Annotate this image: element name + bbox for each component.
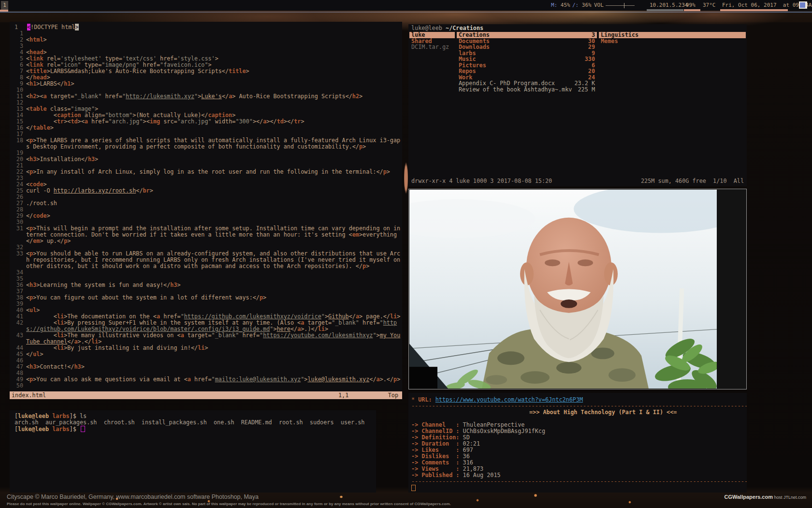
video-info-terminal[interactable]: * URL: https://www.youtube.com/watch?v=6… xyxy=(408,393,747,493)
ranger-item[interactable]: larbs9 xyxy=(457,50,597,57)
ip-underline xyxy=(647,9,683,11)
ranger-item[interactable]: Music330 xyxy=(457,56,597,62)
editor-line: 1 xyxy=(14,30,402,37)
video-fields: -> Channel : ThuleanPerspective-> Channe… xyxy=(411,422,747,478)
disk-icon: /: xyxy=(572,2,579,8)
url-label: URL: xyxy=(415,396,435,403)
terminal-prompt-line2: [luke@leeb larbs]$ xyxy=(14,426,376,433)
info-terminal-cursor[interactable] xyxy=(411,485,416,491)
prompt-user: luke@leeb xyxy=(18,426,49,433)
ranger-selected-item[interactable]: Linguistics xyxy=(599,32,746,38)
editor-line: 18<p>The LARBS are a series of shell scr… xyxy=(14,137,402,150)
separator-line2: ----------------------------------------… xyxy=(411,478,747,485)
disk-module: /: 36% xyxy=(572,0,592,11)
editor-line: 28 xyxy=(14,207,402,213)
video-scene xyxy=(409,190,717,388)
editor-line: 27./root.sh xyxy=(14,200,402,207)
editor-line: 9<h1>LARBS</h1> xyxy=(14,81,402,87)
editor-line: 2<html> xyxy=(14,37,402,43)
editor-line: 43 <li>The many illustrative videos on <… xyxy=(14,332,402,345)
editor-line: 1<!DOCTYPE html> xyxy=(14,24,402,30)
ranger-item[interactable]: Appendix C- PhD Program.docx23.2 K xyxy=(457,80,597,87)
ranger-selected-item[interactable]: Creations3 xyxy=(457,32,597,38)
ranger-item[interactable]: Memes xyxy=(599,38,746,45)
video-frame[interactable] xyxy=(409,190,717,388)
editor-line: 15 <tr><td><a href="arch.jpg"><img src="… xyxy=(14,119,402,125)
editor-line: 22<p>In any install of Arch Linux, simpl… xyxy=(14,169,402,175)
cgwallpapers-logo: CGWallpapers.com xyxy=(725,494,773,500)
editor-line: 16</table> xyxy=(14,125,402,131)
ranger-title-user: luke@leeb xyxy=(411,25,446,31)
video-url-line: * URL: https://www.youtube.com/watch?v=6… xyxy=(411,397,747,403)
terminal-command: ls xyxy=(76,413,87,419)
temperature-value: 37°C xyxy=(703,0,716,11)
ranger-preview-column: LinguisticsMemes xyxy=(599,32,746,44)
ranger-item[interactable]: Pictures6 xyxy=(457,62,597,69)
wallpaper-credits: Cityscape © Marco Bauriedel, Germany, ww… xyxy=(7,493,451,506)
terminal-cursor[interactable] xyxy=(81,426,85,432)
ranger-status-bar: drwxr-xr-x 4 luke 1000 3 2017-08-08 15:2… xyxy=(411,178,744,184)
status-bar: 1 M: 45% /: 36% VOL 10.201.5.234 99% 37°… xyxy=(0,0,812,11)
prompt-bracket-close: ]$ xyxy=(70,413,76,419)
editor-line: 25curl -O http://larbs.xyz/root.sh</br> xyxy=(14,188,402,194)
prompt-dir: larbs xyxy=(52,426,70,433)
wallpaper-credit-host: CGWallpapers.com host JTLnet.com xyxy=(725,494,806,500)
prompt-user: luke@leeb xyxy=(18,413,49,419)
ranger-disk-usage: 225M sum, 460G free 1/10 All xyxy=(641,178,744,184)
ranger-item[interactable]: Repos20 xyxy=(457,68,597,75)
wallpaper-credit-line1: Cityscape © Marco Bauriedel, Germany, ww… xyxy=(7,493,451,500)
video-url: https://www.youtube.com/watch?v=6Jntc2n6… xyxy=(435,396,583,403)
ranger-parent-column: lukeSharedDCIM.tar.gz xyxy=(409,32,455,50)
editor-line: 31<p>This will begin a prompt and the in… xyxy=(14,225,402,244)
editor-line: 45</ul> xyxy=(14,351,402,358)
editor-line: 26 xyxy=(14,194,402,200)
ranger-item[interactable]: DCIM.tar.gz xyxy=(409,44,455,50)
battery-underline xyxy=(684,9,700,11)
editor-line: 23 xyxy=(14,175,402,181)
editor-line: 7<title>LARBS&mdash;Luke's Auto-Rice Boo… xyxy=(14,68,402,75)
vim-scroll-position: Top xyxy=(388,391,398,399)
editor-line: 49<p>You can also ask me questions via e… xyxy=(14,376,402,383)
shell-terminal-window[interactable]: [luke@leeb larbs]$ ls arch.sh aur_packag… xyxy=(10,410,376,493)
ranger-main-column: Creations3Documents30Downloads29larbs9Mu… xyxy=(457,32,597,92)
clock-underline xyxy=(720,9,788,11)
vim-editor-window[interactable]: 1<!DOCTYPE html>1 2<html>3 4<head>5<link… xyxy=(10,22,402,399)
volume-label: VOL xyxy=(594,0,604,11)
editor-line: 39 xyxy=(14,301,402,307)
vim-status-bar: index.html 1,1 Top xyxy=(10,391,402,399)
vim-ruler: 1,1 xyxy=(338,391,348,399)
workspace-underline xyxy=(0,10,8,12)
info-cursor-line xyxy=(411,485,747,492)
editor-line: 34 xyxy=(14,269,402,276)
workspace-indicator[interactable]: 1 xyxy=(1,1,8,10)
terminal-ls-output: arch.sh aur_packages.sh chroot.sh instal… xyxy=(14,419,376,426)
volume-slider[interactable] xyxy=(606,5,635,6)
ranger-item[interactable]: Downloads29 xyxy=(457,44,597,50)
computer-icon-tower xyxy=(805,1,807,9)
editor-line: 50 xyxy=(14,383,402,389)
ranger-file-permissions: drwxr-xr-x 4 luke 1000 3 2017-08-08 15:2… xyxy=(411,178,552,184)
memory-module: M: 45% xyxy=(551,0,570,11)
video-info-field: -> Published : 16 Aug 2015 xyxy=(411,472,747,478)
wallpaper-credit-line2: Please do not post this wallpaper online… xyxy=(7,502,451,506)
editor-line: 3 xyxy=(14,43,402,49)
mpv-video-window[interactable] xyxy=(408,189,747,389)
editor-line: 42 <li>By pressing Super+F1 while in the… xyxy=(14,320,402,332)
ranger-selected-item[interactable]: luke xyxy=(409,32,455,38)
computer-icon[interactable] xyxy=(799,1,807,9)
editor-line: 44 <li>By just installing it and diving … xyxy=(14,345,402,351)
editor-line: 36<h3>Learning the system is fun and eas… xyxy=(14,282,402,288)
ranger-window[interactable]: luke@leeb ~/Creations lukeSharedDCIM.tar… xyxy=(408,24,747,186)
video-title: =>> About High Technology (Part I & II) … xyxy=(411,409,747,416)
ranger-item[interactable]: Review of the book Ashtadhya~.mkv225 M xyxy=(457,87,597,93)
editor-line: 38<p>You can figure out about the system… xyxy=(14,295,402,301)
disk-value: 36% xyxy=(579,2,592,8)
vim-filename: index.html xyxy=(12,391,46,399)
volume-slider-handle[interactable] xyxy=(624,3,624,8)
memory-icon: M: xyxy=(551,2,557,8)
memory-value: 45% xyxy=(557,2,570,8)
editor-lines: 1<!DOCTYPE html>1 2<html>3 4<head>5<link… xyxy=(14,24,402,389)
editor-line: 47<h3>Contact!</h3> xyxy=(14,364,402,370)
ranger-title: luke@leeb ~/Creations xyxy=(411,25,483,31)
host-label: host JTLnet.com xyxy=(773,495,806,500)
